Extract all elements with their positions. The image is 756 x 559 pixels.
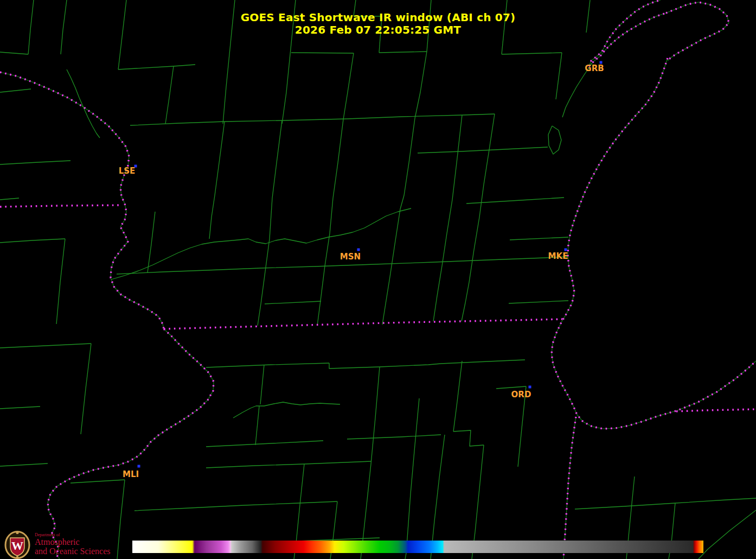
il-in-line bbox=[563, 417, 576, 559]
county-line bbox=[496, 386, 526, 389]
county-line bbox=[255, 406, 259, 445]
county-line bbox=[165, 66, 174, 124]
mississippi-upper-underlay bbox=[0, 72, 164, 329]
title-line-1: GOES East Shortwave IR window (ABI ch 07… bbox=[0, 11, 756, 24]
mn-ia-line bbox=[0, 205, 120, 207]
county-line bbox=[371, 367, 380, 464]
county-line bbox=[343, 53, 354, 119]
mississippi-lower-underlay bbox=[48, 329, 214, 559]
county-line bbox=[400, 118, 415, 209]
county-line bbox=[117, 480, 125, 559]
county-line bbox=[0, 89, 31, 92]
county-line bbox=[206, 441, 323, 447]
city-dot-mke bbox=[565, 249, 567, 251]
county-line bbox=[134, 501, 337, 511]
county-line bbox=[548, 126, 561, 154]
county-line bbox=[699, 510, 756, 559]
county-line bbox=[489, 114, 495, 150]
city-label-msn: MSN bbox=[340, 252, 361, 262]
uw-crest-icon: W bbox=[4, 531, 30, 559]
county-line bbox=[575, 498, 756, 509]
county-line bbox=[206, 363, 329, 367]
county-line bbox=[441, 360, 525, 364]
county-line bbox=[118, 65, 195, 69]
county-line bbox=[233, 402, 340, 418]
in-mi-line bbox=[676, 409, 756, 411]
county-line bbox=[418, 147, 548, 153]
city-label-mke: MKE bbox=[548, 251, 568, 261]
county-line bbox=[0, 161, 71, 164]
city-dot-mli bbox=[138, 465, 140, 468]
county-line bbox=[291, 53, 354, 53]
city-dot-msn bbox=[357, 249, 360, 251]
county-line bbox=[0, 406, 40, 409]
lake-michigan-shore-underlay bbox=[552, 58, 756, 429]
county-line bbox=[67, 69, 100, 138]
map-svg: GRBLSEMSNMKEORDMLI bbox=[0, 0, 756, 559]
county-line bbox=[379, 52, 427, 53]
county-line bbox=[206, 257, 568, 270]
county-line bbox=[462, 303, 465, 321]
county-line bbox=[347, 435, 441, 439]
county-line bbox=[260, 365, 264, 404]
satellite-image-viewport: GRBLSEMSNMKEORDMLI GOES East Shortwave I… bbox=[0, 0, 756, 559]
county-line bbox=[71, 480, 125, 483]
logo-line-2: and Oceanic Sciences bbox=[35, 547, 110, 556]
logo-line-1: Atmospheric bbox=[35, 537, 110, 547]
county-line bbox=[510, 237, 568, 240]
county-line bbox=[556, 53, 562, 99]
county-line bbox=[270, 120, 282, 239]
county-line bbox=[258, 239, 270, 326]
county-line bbox=[81, 344, 91, 434]
county-line bbox=[329, 363, 441, 369]
county-line bbox=[304, 461, 371, 464]
colorbar bbox=[132, 541, 703, 553]
county-line bbox=[452, 115, 462, 200]
county-line bbox=[209, 122, 225, 239]
county-line bbox=[265, 301, 321, 304]
county-line bbox=[148, 212, 155, 272]
county-line bbox=[465, 217, 479, 303]
county-line bbox=[206, 464, 304, 468]
county-line bbox=[502, 53, 562, 54]
il-in-line-underlay bbox=[563, 417, 576, 559]
county-line bbox=[0, 463, 48, 466]
county-line bbox=[453, 361, 462, 431]
city-label-mli: MLI bbox=[123, 469, 139, 479]
image-title: GOES East Shortwave IR window (ABI ch 07… bbox=[0, 11, 756, 36]
state-borders-layer bbox=[0, 0, 756, 559]
county-line bbox=[0, 52, 28, 54]
county-lines-layer bbox=[0, 0, 756, 559]
city-label-ord: ORD bbox=[511, 390, 531, 399]
city-dot-ord bbox=[529, 386, 531, 389]
county-line bbox=[453, 430, 484, 446]
county-line bbox=[347, 114, 495, 119]
county-line bbox=[405, 398, 419, 559]
county-line bbox=[111, 208, 411, 280]
county-line bbox=[433, 200, 452, 321]
wi-il-line bbox=[164, 319, 562, 329]
aos-logo: W Department of Atmospheric and Oceanic … bbox=[4, 531, 110, 559]
county-line bbox=[382, 209, 400, 325]
county-line bbox=[117, 270, 206, 274]
county-line bbox=[56, 239, 65, 324]
city-markers-layer: GRBLSEMSNMKEORDMLI bbox=[119, 61, 604, 480]
logo-dept-label: Department of bbox=[35, 531, 110, 537]
county-line bbox=[0, 198, 19, 200]
mississippi-lower bbox=[48, 329, 214, 559]
county-line bbox=[317, 233, 330, 326]
county-line bbox=[0, 344, 91, 348]
city-label-grb: GRB bbox=[585, 63, 604, 73]
title-line-2: 2026 Feb 07 22:05:25 GMT bbox=[0, 24, 756, 36]
county-line bbox=[130, 119, 347, 125]
mississippi-upper bbox=[0, 72, 164, 329]
county-line bbox=[0, 239, 65, 243]
county-line bbox=[479, 150, 489, 217]
county-line bbox=[330, 119, 343, 233]
logo-text: Department of Atmospheric and Oceanic Sc… bbox=[35, 531, 110, 556]
lake-michigan-shore bbox=[552, 58, 756, 429]
crest-w-letter: W bbox=[11, 539, 23, 552]
county-line bbox=[509, 301, 568, 303]
shoreline-county-underlay bbox=[0, 0, 756, 559]
city-label-lse: LSE bbox=[119, 166, 136, 176]
